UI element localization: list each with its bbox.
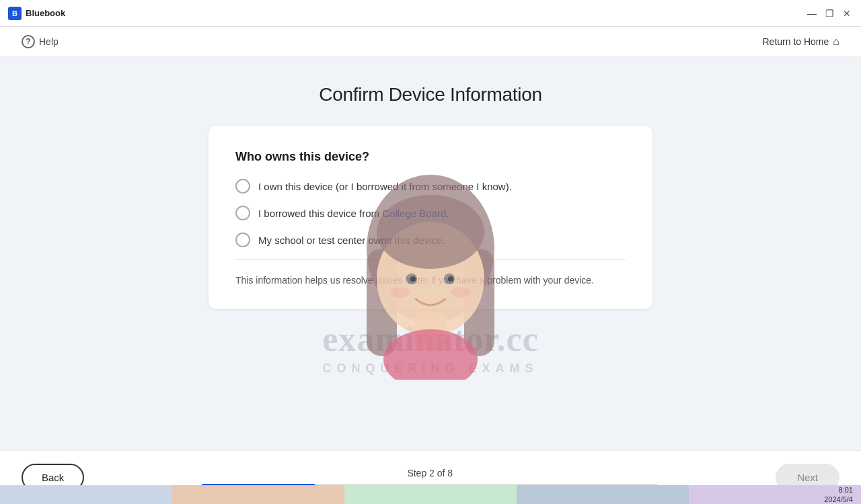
- radio-option-2[interactable]: I borrowed this device from College Boar…: [235, 206, 626, 220]
- info-text: This information helps us resolve issues…: [235, 274, 626, 288]
- watermark-text: examinator.cc: [322, 319, 539, 359]
- card-question: Who owns this device?: [235, 150, 626, 164]
- close-button[interactable]: ✕: [841, 7, 853, 19]
- taskbar: 8:01 2024/5/4: [0, 485, 861, 504]
- card-divider: [235, 259, 626, 260]
- radio-circle-2: [235, 206, 250, 220]
- help-icon: ?: [22, 35, 35, 48]
- window-controls: — ❐ ✕: [806, 7, 853, 19]
- option-label-3: My school or test center owns this devic…: [258, 235, 445, 246]
- taskbar-item-2: [172, 485, 344, 504]
- taskbar-time: 8:01 2024/5/4: [824, 485, 853, 504]
- taskbar-item-4: [517, 485, 689, 504]
- watermark-subtext: CONQUERING EXAMS: [322, 362, 539, 376]
- step-text: Step 2 of 8: [407, 468, 453, 478]
- home-icon: ⌂: [833, 36, 839, 48]
- main-content: Confirm Device Information Who owns this…: [0, 57, 861, 443]
- radio-circle-1: [235, 179, 250, 194]
- radio-option-3[interactable]: My school or test center owns this devic…: [235, 233, 626, 247]
- return-home-label: Return to Home: [763, 36, 829, 47]
- step-info: Step 2 of 8: [201, 468, 659, 488]
- minimize-button[interactable]: —: [806, 7, 818, 19]
- device-info-card: Who owns this device? I own this device …: [209, 126, 652, 309]
- option-label-1: I own this device (or I borrowed it from…: [258, 181, 512, 192]
- college-board-link[interactable]: College Board: [382, 208, 446, 219]
- watermark: examinator.cc CONQUERING EXAMS: [322, 319, 539, 376]
- taskbar-item-3: [344, 485, 517, 504]
- help-link[interactable]: ? Help: [22, 35, 59, 48]
- restore-button[interactable]: ❐: [823, 7, 835, 19]
- page-title: Confirm Device Information: [319, 84, 541, 106]
- header: ? Help Return to Home ⌂: [0, 27, 861, 57]
- radio-circle-3: [235, 233, 250, 247]
- titlebar-left: B Bluebook: [8, 7, 65, 20]
- taskbar-items: [0, 485, 861, 504]
- return-home-button[interactable]: Return to Home ⌂: [763, 36, 840, 48]
- radio-option-1[interactable]: I own this device (or I borrowed it from…: [235, 179, 626, 194]
- app-logo: B: [8, 7, 22, 20]
- titlebar: B Bluebook — ❐ ✕: [0, 0, 861, 27]
- help-label: Help: [39, 36, 59, 47]
- option-label-2: I borrowed this device from College Boar…: [258, 208, 449, 219]
- svg-point-12: [383, 329, 478, 380]
- app-name: Bluebook: [26, 8, 65, 18]
- svg-rect-3: [415, 312, 446, 349]
- taskbar-item-1: [0, 485, 172, 504]
